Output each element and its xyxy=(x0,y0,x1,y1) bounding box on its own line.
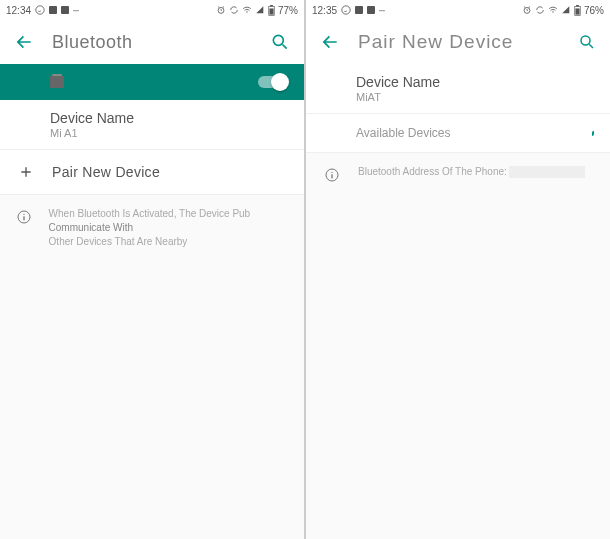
available-devices-label: Available Devices xyxy=(356,126,590,140)
status-bar: 12:34 ··· 77% xyxy=(0,0,304,20)
plus-icon xyxy=(16,164,36,180)
status-bar: 12:35 ··· 76% xyxy=(306,0,610,20)
sync-icon xyxy=(229,5,239,15)
bluetooth-info: When Bluetooth Is Activated, The Device … xyxy=(0,195,304,261)
battery-icon xyxy=(268,5,275,16)
sync-icon xyxy=(535,5,545,15)
signal-icon xyxy=(561,5,571,15)
alarm-icon xyxy=(216,5,226,15)
svg-point-7 xyxy=(24,214,25,215)
battery-icon xyxy=(574,5,581,16)
svg-rect-17 xyxy=(331,174,332,178)
pair-new-device-row[interactable]: Pair New Device xyxy=(0,150,304,195)
app-bar: Bluetooth xyxy=(0,20,304,64)
back-button[interactable] xyxy=(320,32,340,52)
status-box-icon xyxy=(355,6,363,14)
device-name-value: MiAT xyxy=(356,91,594,103)
bluetooth-address-label: Bluetooth Address Of The Phone: xyxy=(358,166,507,177)
search-button[interactable] xyxy=(578,33,596,51)
pair-label: Pair New Device xyxy=(52,164,160,180)
whatsapp-icon xyxy=(341,5,351,15)
info-icon xyxy=(322,167,342,183)
signal-icon xyxy=(255,5,265,15)
page-title: Pair New Device xyxy=(358,31,560,53)
bluetooth-address-value xyxy=(509,166,585,178)
status-label-icon: ··· xyxy=(379,7,385,14)
screen-bluetooth: 12:34 ··· 77% Bluetooth Devi xyxy=(0,0,304,539)
device-name-section[interactable]: Device Name MiAT xyxy=(306,64,610,113)
back-button[interactable] xyxy=(14,32,34,52)
info-text: Bluetooth Address Of The Phone: xyxy=(358,165,585,179)
status-box-icon xyxy=(49,6,57,14)
device-name-section[interactable]: Device Name Mi A1 xyxy=(0,100,304,150)
status-box-icon xyxy=(61,6,69,14)
search-button[interactable] xyxy=(270,32,290,52)
app-bar: Pair New Device xyxy=(306,20,610,64)
bluetooth-chip-icon xyxy=(50,76,64,88)
scanning-spinner-icon xyxy=(590,130,594,136)
svg-rect-13 xyxy=(575,8,579,14)
status-box-icon xyxy=(367,6,375,14)
info-text: When Bluetooth Is Activated, The Device … xyxy=(49,207,288,249)
info-icon xyxy=(16,209,33,225)
svg-rect-4 xyxy=(269,8,273,14)
svg-rect-3 xyxy=(270,5,273,6)
battery-percent: 76% xyxy=(584,5,604,16)
wifi-icon xyxy=(548,5,558,15)
page-title: Bluetooth xyxy=(52,32,252,53)
svg-point-14 xyxy=(581,36,590,45)
bluetooth-toggle-row[interactable] xyxy=(0,64,304,100)
device-name-value: Mi A1 xyxy=(50,127,288,139)
status-label-icon: ··· xyxy=(73,7,79,14)
clock: 12:35 xyxy=(312,5,337,16)
svg-rect-12 xyxy=(576,5,579,6)
clock: 12:34 xyxy=(6,5,31,16)
svg-point-5 xyxy=(273,35,283,45)
screen-pair: 12:35 ··· 76% Pair New Device Device Nam… xyxy=(306,0,610,539)
svg-rect-8 xyxy=(24,216,25,220)
whatsapp-icon xyxy=(35,5,45,15)
alarm-icon xyxy=(522,5,532,15)
svg-point-0 xyxy=(36,6,44,14)
wifi-icon xyxy=(242,5,252,15)
svg-point-16 xyxy=(331,172,332,173)
battery-percent: 77% xyxy=(278,5,298,16)
available-devices-row: Available Devices xyxy=(306,113,610,153)
device-name-label: Device Name xyxy=(356,74,594,90)
svg-point-9 xyxy=(342,6,350,14)
bluetooth-address-info: Bluetooth Address Of The Phone: xyxy=(306,153,610,195)
bluetooth-switch[interactable] xyxy=(258,76,286,88)
device-name-label: Device Name xyxy=(50,110,288,126)
